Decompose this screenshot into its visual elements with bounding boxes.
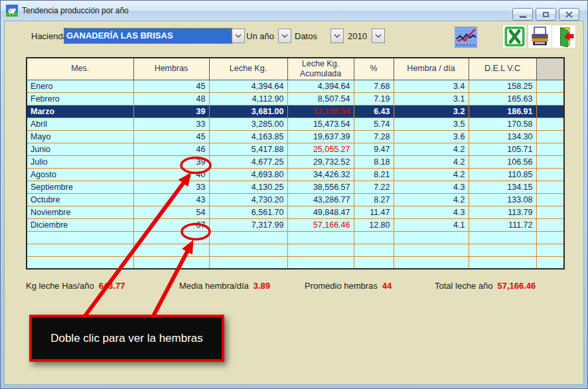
cell-pct[interactable]: 6.43 bbox=[354, 105, 394, 117]
cell-pct[interactable]: 8.27 bbox=[354, 193, 394, 206]
cell-hembras[interactable]: 33 bbox=[133, 181, 209, 193]
cell-leche-kg[interactable]: 6,561.70 bbox=[209, 206, 287, 218]
exit-button[interactable] bbox=[551, 25, 576, 48]
cell-hembras[interactable]: 46 bbox=[133, 143, 209, 155]
cell-del-vc[interactable]: 105.71 bbox=[469, 143, 536, 155]
cell-mes[interactable]: Marzo bbox=[27, 105, 133, 117]
cell-hembra-dia[interactable]: 3.4 bbox=[394, 80, 469, 92]
cell-acumulada[interactable]: 15,473.54 bbox=[287, 117, 354, 130]
table-row-junio[interactable]: Junio465,417.8825,055.279.474.2105.71 bbox=[27, 143, 564, 155]
cell-mes[interactable]: Mayo bbox=[27, 130, 133, 143]
table-row-empty[interactable] bbox=[27, 231, 564, 244]
cell-acumulada[interactable]: 49,848.47 bbox=[287, 206, 354, 218]
production-table[interactable]: Mes. Hembras Leche Kg. Leche Kg. Acumula… bbox=[26, 57, 565, 270]
table-row-mayo[interactable]: Mayo454,163.8519,637.397.283.6134.30 bbox=[27, 130, 564, 143]
year-dropdown-button[interactable] bbox=[372, 29, 385, 43]
cell-pct[interactable]: 11.47 bbox=[354, 206, 394, 218]
table-row-julio[interactable]: Julio394,677.2529,732.528.184.2106.56 bbox=[27, 155, 564, 168]
cell-acumulada[interactable]: 12,188.54 bbox=[287, 105, 354, 117]
cell-pct[interactable]: 9.47 bbox=[354, 143, 394, 155]
maximize-button[interactable] bbox=[536, 8, 556, 21]
cell-mes[interactable]: Octubre bbox=[27, 193, 133, 206]
cell-leche-kg[interactable]: 3,285.00 bbox=[209, 117, 287, 130]
cell-mes[interactable]: Enero bbox=[27, 80, 133, 92]
cell-leche-kg[interactable]: 4,730.20 bbox=[209, 193, 287, 206]
table-row-agosto[interactable]: Agosto404,693.8034,426.328.214.2110.85 bbox=[27, 168, 564, 181]
cell-hembra-dia[interactable]: 4.2 bbox=[394, 168, 469, 181]
cell-mes[interactable]: Septiembre bbox=[27, 181, 133, 193]
cell-hembras[interactable]: 33 bbox=[133, 117, 209, 130]
cell-pct[interactable]: 7.68 bbox=[354, 80, 394, 92]
print-button[interactable] bbox=[528, 25, 552, 48]
cell-acumulada[interactable]: 43,286.77 bbox=[287, 193, 354, 206]
period-dropdown-button[interactable] bbox=[278, 29, 291, 43]
cell-pct[interactable]: 12.80 bbox=[354, 218, 394, 231]
cell-hembra-dia[interactable]: 4.2 bbox=[394, 193, 469, 206]
cell-del-vc[interactable]: 110.85 bbox=[469, 168, 536, 181]
table-row-febrero[interactable]: Febrero484,112.908,507.547.193.1165.63 bbox=[27, 92, 564, 105]
cell-pct[interactable]: 8.18 bbox=[354, 155, 394, 168]
cell-hembras[interactable]: 45 bbox=[133, 80, 209, 92]
cell-acumulada[interactable]: 38,556.57 bbox=[287, 181, 354, 193]
table-row-empty[interactable] bbox=[27, 244, 564, 256]
cell-leche-kg[interactable]: 3,681.00 bbox=[209, 105, 287, 117]
close-button[interactable] bbox=[559, 8, 579, 21]
cell-hembras[interactable]: 67 bbox=[133, 218, 209, 231]
table-row-enero[interactable]: Enero454,394.644,394.647.683.4158.25 bbox=[27, 80, 564, 92]
cell-hembras[interactable]: 45 bbox=[133, 130, 209, 143]
datos-dropdown-button[interactable] bbox=[331, 29, 344, 43]
table-row-marzo[interactable]: Marzo393,681.0012,188.546.433.2186.91 bbox=[27, 105, 564, 117]
cell-mes[interactable]: Julio bbox=[27, 155, 133, 168]
cell-leche-kg[interactable]: 4,130.25 bbox=[209, 181, 287, 193]
cell-hembra-dia[interactable]: 4.2 bbox=[394, 143, 469, 155]
chart-button[interactable] bbox=[455, 27, 477, 48]
cell-del-vc[interactable]: 186.91 bbox=[469, 105, 536, 117]
cell-acumulada[interactable]: 57,166.46 bbox=[287, 218, 354, 231]
cell-hembra-dia[interactable]: 3.6 bbox=[394, 130, 469, 143]
cell-del-vc[interactable]: 111.72 bbox=[469, 218, 536, 231]
cell-hembras[interactable]: 48 bbox=[133, 92, 209, 105]
cell-acumulada[interactable]: 25,055.27 bbox=[287, 143, 354, 155]
cell-del-vc[interactable]: 170.58 bbox=[469, 117, 536, 130]
cell-mes[interactable]: Noviembre bbox=[27, 206, 133, 218]
table-row-abril[interactable]: Abril333,285.0015,473.545.743.5170.58 bbox=[27, 117, 564, 130]
cell-leche-kg[interactable]: 4,677.25 bbox=[209, 155, 287, 168]
cell-del-vc[interactable]: 165.63 bbox=[469, 92, 536, 105]
minimize-button[interactable] bbox=[512, 8, 533, 21]
cell-acumulada[interactable]: 8,507.54 bbox=[287, 92, 354, 105]
cell-hembra-dia[interactable]: 4.3 bbox=[394, 206, 469, 218]
cell-pct[interactable]: 7.28 bbox=[354, 130, 394, 143]
cell-del-vc[interactable]: 113.79 bbox=[469, 206, 536, 218]
cell-del-vc[interactable]: 106.56 bbox=[469, 155, 536, 168]
cell-hembra-dia[interactable]: 4.2 bbox=[394, 155, 469, 168]
cell-del-vc[interactable]: 134.15 bbox=[469, 181, 536, 193]
cell-hembras[interactable]: 43 bbox=[133, 193, 209, 206]
cell-hembras[interactable]: 39 bbox=[133, 155, 209, 168]
hacienda-combobox[interactable]: GANADERÍA LAS BRISAS bbox=[64, 29, 245, 43]
cell-mes[interactable]: Agosto bbox=[27, 168, 133, 181]
cell-mes[interactable]: Junio bbox=[27, 143, 133, 155]
cell-leche-kg[interactable]: 4,394.64 bbox=[209, 80, 287, 92]
cell-hembra-dia[interactable]: 4.3 bbox=[394, 181, 469, 193]
table-row-diciembre[interactable]: Diciembre677,317.9957,166.4612.804.1111.… bbox=[27, 218, 564, 231]
cell-mes[interactable]: Diciembre bbox=[27, 218, 133, 231]
table-row-octubre[interactable]: Octubre434,730.2043,286.778.274.2133.08 bbox=[27, 193, 564, 206]
cell-leche-kg[interactable]: 4,693.80 bbox=[209, 168, 287, 181]
cell-leche-kg[interactable]: 7,317.99 bbox=[209, 218, 287, 231]
cell-del-vc[interactable]: 133.08 bbox=[469, 193, 536, 206]
cell-hembras[interactable]: 39 bbox=[133, 105, 209, 117]
hacienda-dropdown-button[interactable] bbox=[232, 29, 245, 43]
cell-pct[interactable]: 5.74 bbox=[354, 117, 394, 130]
cell-pct[interactable]: 7.22 bbox=[354, 181, 394, 193]
cell-leche-kg[interactable]: 4,163.85 bbox=[209, 130, 287, 143]
cell-mes[interactable]: Abril bbox=[27, 117, 133, 130]
cell-hembra-dia[interactable]: 3.2 bbox=[394, 105, 469, 117]
cell-leche-kg[interactable]: 5,417.88 bbox=[209, 143, 287, 155]
cell-hembra-dia[interactable]: 4.1 bbox=[394, 218, 469, 231]
table-row-noviembre[interactable]: Noviembre546,561.7049,848.4711.474.3113.… bbox=[27, 206, 564, 218]
cell-mes[interactable]: Febrero bbox=[27, 92, 133, 105]
cell-pct[interactable]: 7.19 bbox=[354, 92, 394, 105]
cell-hembras[interactable]: 54 bbox=[133, 206, 209, 218]
cell-hembra-dia[interactable]: 3.5 bbox=[394, 117, 469, 130]
cell-del-vc[interactable]: 158.25 bbox=[469, 80, 536, 92]
